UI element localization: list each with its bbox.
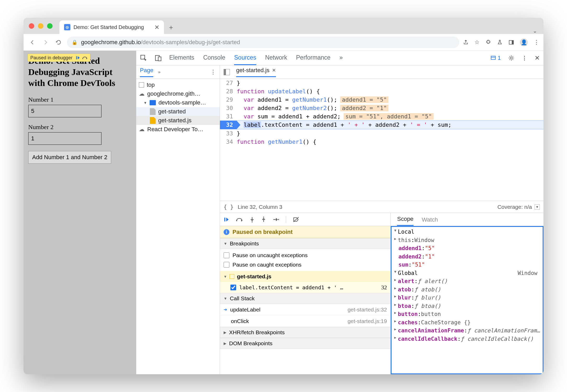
panel-network[interactable]: Network xyxy=(265,54,287,65)
browser-tab[interactable]: ◎ Demo: Get Started Debugging xyxy=(59,20,164,34)
panel-performance[interactable]: Performance xyxy=(296,54,331,65)
code-line[interactable]: 32 label.textContent = addend1 + ' + ' +… xyxy=(220,120,543,129)
close-devtools-icon[interactable]: ✕ xyxy=(535,54,540,62)
tree-file-js[interactable]: get-started.js xyxy=(136,116,220,125)
callstack-frame[interactable]: onClickget-started.js:19 xyxy=(220,315,390,327)
profile-avatar[interactable]: 👤 xyxy=(520,38,528,46)
tab-scope[interactable]: Scope xyxy=(397,216,413,226)
scope-body[interactable]: Localthis: Windowaddend1: "5"addend2: "1… xyxy=(391,226,543,374)
code-line[interactable]: 33} xyxy=(220,129,543,138)
pause-uncaught-checkbox[interactable] xyxy=(224,252,229,258)
pretty-print-icon[interactable]: { } xyxy=(224,204,234,210)
panel-console[interactable]: Console xyxy=(203,54,225,65)
tree-extension[interactable]: ☁︎React Developer To… xyxy=(136,125,220,134)
number1-input[interactable] xyxy=(28,105,101,117)
step-into-icon[interactable] xyxy=(250,217,254,222)
breakpoint-file-icon xyxy=(230,274,234,279)
section-breakpoints[interactable]: ▼Breakpoints xyxy=(220,238,390,249)
device-icon[interactable] xyxy=(155,55,162,61)
cursor-position: Line 32, Column 3 xyxy=(238,204,282,210)
pause-caught-checkbox[interactable] xyxy=(224,262,229,268)
editor-status: { } Line 32, Column 3 Coverage: n/a ▼ xyxy=(220,201,543,213)
step-out-icon[interactable] xyxy=(261,217,266,222)
debugger-panel: i Paused on breakpoint ▼Breakpoints Paus… xyxy=(220,213,543,374)
editor-tab[interactable]: get-started.js✕ xyxy=(236,67,276,77)
add-button[interactable]: Add Number 1 and Number 2 xyxy=(28,151,111,164)
tab-watch[interactable]: Watch xyxy=(422,216,438,226)
nav-menu-icon[interactable]: ⋮ xyxy=(210,69,216,76)
callstack-frame[interactable]: ➔updateLabelget-started.js:32 xyxy=(220,304,390,315)
close-file-icon[interactable]: ✕ xyxy=(272,67,276,73)
inspect-icon[interactable] xyxy=(140,55,147,61)
code-line[interactable]: 29 var addend1 = getNumber1();addend1 = … xyxy=(220,96,543,104)
overlay-step-icon[interactable] xyxy=(82,55,88,60)
code-line[interactable]: 27} xyxy=(220,79,543,87)
forward-button[interactable] xyxy=(41,38,50,47)
address-bar[interactable]: 🔒 googlechrome.github.io/devtools-sample… xyxy=(67,37,459,48)
reload-button[interactable] xyxy=(54,38,63,47)
share-icon[interactable] xyxy=(463,39,469,45)
tree-folder[interactable]: ▼devtools-sample… xyxy=(136,98,220,107)
number2-label: Number 2 xyxy=(28,124,131,131)
back-button[interactable] xyxy=(28,38,37,47)
tree-top[interactable]: top xyxy=(136,80,220,89)
settings-icon[interactable] xyxy=(508,55,514,61)
content: Paused in debugger Demo: Get Started Deb… xyxy=(24,51,543,374)
new-tab-button[interactable]: ＋ xyxy=(168,20,174,34)
browser-menu-icon[interactable]: ⋮ xyxy=(534,39,539,46)
close-window[interactable] xyxy=(29,23,34,29)
scope-tabs: Scope Watch xyxy=(391,213,543,226)
bookmark-icon[interactable]: ☆ xyxy=(474,39,480,46)
section-xhr[interactable]: ▶XHR/fetch Breakpoints xyxy=(220,327,390,338)
code-line[interactable]: 34function getNumber1() { xyxy=(220,138,543,146)
code-line[interactable]: 28function updateLabel() { xyxy=(220,87,543,96)
paused-overlay-label: Paused in debugger xyxy=(30,55,72,61)
deactivate-breakpoints-icon[interactable] xyxy=(293,217,299,222)
svg-point-11 xyxy=(236,220,237,221)
section-callstack[interactable]: ▼Call Stack xyxy=(220,293,390,304)
panel-more-icon[interactable]: » xyxy=(339,54,343,65)
svg-point-9 xyxy=(510,57,512,59)
tree-file-html[interactable]: get-started xyxy=(136,107,220,116)
minimize-window[interactable] xyxy=(38,23,43,29)
resume-icon[interactable] xyxy=(224,217,229,222)
toggle-navigator-icon[interactable] xyxy=(224,69,230,75)
svg-point-12 xyxy=(252,221,253,222)
svg-rect-1 xyxy=(512,40,513,44)
panel-elements[interactable]: Elements xyxy=(169,54,194,65)
code-line[interactable]: 31 var sum = addend1 + addend2;sum = "51… xyxy=(220,112,543,121)
nav-tab-page[interactable]: Page xyxy=(140,67,153,77)
breakpoint-checkbox[interactable] xyxy=(230,285,236,290)
paused-banner: i Paused on breakpoint xyxy=(220,226,390,238)
tree-origin[interactable]: ☁︎googlechrome.gith… xyxy=(136,89,220,98)
extensions-icon[interactable] xyxy=(485,39,491,45)
step-over-icon[interactable] xyxy=(236,217,243,222)
code-editor[interactable]: 27}28function updateLabel() {29 var adde… xyxy=(220,79,543,201)
breakpoint-file[interactable]: ▼get-started.js xyxy=(220,271,390,282)
coverage-dropdown-icon[interactable]: ▼ xyxy=(535,204,540,210)
nav-more-icon[interactable]: » xyxy=(158,70,160,74)
sources-navigator: Page » ⋮ top ☁︎googlechrome.gith… ▼devto… xyxy=(136,65,220,374)
breakpoint-line: 32 xyxy=(381,284,387,291)
current-frame-icon: ➔ xyxy=(224,307,227,312)
side-panel-icon[interactable] xyxy=(508,39,514,45)
section-dom[interactable]: ▶DOM Breakpoints xyxy=(220,338,390,349)
breakpoint-item[interactable]: label.textContent = addend1 + ' … 32 xyxy=(220,282,390,293)
pause-caught-label: Pause on caught exceptions xyxy=(233,262,302,268)
devtools-menu-icon[interactable]: ⋮ xyxy=(522,55,527,61)
svg-rect-10 xyxy=(224,217,225,221)
issues-indicator[interactable]: 1 xyxy=(490,55,501,61)
devtools-tabbar: Elements Console Sources Network Perform… xyxy=(136,51,543,65)
tabs-menu-icon[interactable]: ⌄ xyxy=(533,28,537,34)
number2-input[interactable] xyxy=(28,132,101,145)
panel-sources[interactable]: Sources xyxy=(234,54,256,65)
maximize-window[interactable] xyxy=(47,23,53,29)
close-tab-icon[interactable] xyxy=(155,25,159,30)
editor-panel: get-started.js✕ 27}28function updateLabe… xyxy=(220,65,543,374)
code-line[interactable]: 30 var addend2 = getNumber2();addend2 = … xyxy=(220,104,543,112)
debugger-toolbar xyxy=(220,213,390,226)
step-icon[interactable] xyxy=(273,217,279,222)
labs-icon[interactable] xyxy=(497,39,503,45)
coverage-label: Coverage: n/a xyxy=(497,204,532,210)
overlay-resume-icon[interactable] xyxy=(76,55,80,60)
